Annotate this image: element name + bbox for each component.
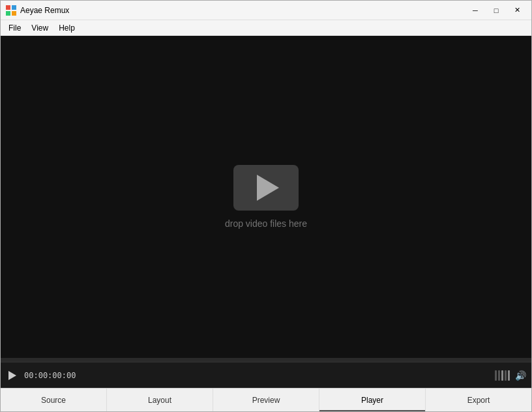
menu-file[interactable]: File: [3, 20, 26, 35]
meter-bar-3: [501, 370, 503, 381]
window-controls: ─ □ ✕: [466, 4, 526, 17]
play-button-large[interactable]: [233, 165, 299, 211]
video-area[interactable]: drop video files here: [1, 36, 531, 358]
svg-rect-3: [12, 11, 16, 16]
speaker-icon[interactable]: 🔊: [515, 370, 526, 381]
menu-bar: File View Help: [1, 20, 531, 36]
tab-source[interactable]: Source: [1, 389, 107, 411]
tab-layout[interactable]: Layout: [107, 389, 213, 411]
play-triangle-icon: [257, 175, 279, 201]
minimize-button[interactable]: ─: [466, 4, 484, 17]
meter-bar-5: [508, 370, 510, 381]
meter-bar-1: [495, 370, 497, 381]
timecode-display: 00:00:00:00: [24, 371, 83, 380]
main-window: Aeyae Remux ─ □ ✕ File View Help drop vi…: [0, 0, 532, 412]
window-title: Aeyae Remux: [20, 6, 69, 15]
close-button[interactable]: ✕: [508, 4, 526, 17]
meter-bar-4: [505, 370, 507, 381]
menu-help[interactable]: Help: [53, 20, 80, 35]
svg-rect-0: [6, 5, 10, 10]
play-button[interactable]: [6, 369, 19, 382]
tab-bar: Source Layout Preview Player Export: [1, 388, 531, 411]
svg-rect-1: [12, 5, 16, 10]
drop-text: drop video files here: [225, 218, 307, 229]
play-icon: [8, 371, 16, 380]
tab-player[interactable]: Player: [319, 389, 426, 411]
title-bar: Aeyae Remux ─ □ ✕: [1, 1, 531, 20]
transport-bar: 00:00:00:00 🔊: [1, 362, 531, 388]
meter-bar-2: [498, 370, 500, 381]
level-meter: [495, 370, 510, 381]
svg-rect-2: [6, 11, 10, 16]
tab-preview[interactable]: Preview: [213, 389, 319, 411]
title-bar-left: Aeyae Remux: [6, 5, 69, 16]
drop-zone: drop video files here: [225, 165, 307, 229]
menu-view[interactable]: View: [26, 20, 53, 35]
app-icon: [6, 5, 16, 16]
tab-export[interactable]: Export: [426, 389, 531, 411]
maximize-button[interactable]: □: [487, 4, 505, 17]
